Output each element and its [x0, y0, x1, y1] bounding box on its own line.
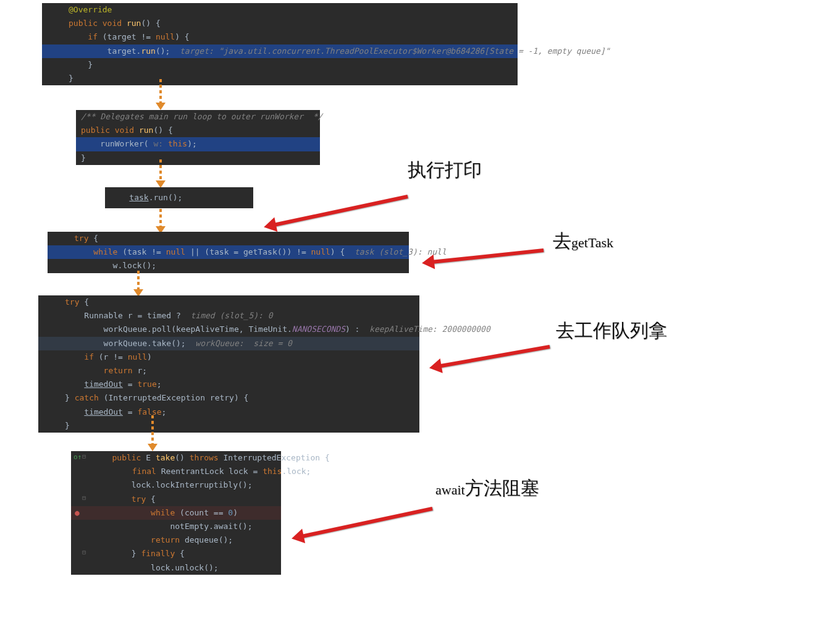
highlighted-line: while (task != null || (task = getTask()… [48, 245, 409, 259]
flow-arrow-4 [137, 271, 140, 290]
label-queue: 去工作队列拿 [556, 318, 667, 344]
arrow-queue [440, 345, 550, 368]
fold-icon: ⊟ [82, 494, 86, 502]
arrow-await [302, 507, 433, 538]
code-block-run-override: @Override public void run() { if (target… [42, 3, 518, 85]
fold-icon: ⊟ [82, 452, 86, 461]
annotation: @Override [69, 5, 112, 14]
breakpoint-icon: ● [75, 507, 80, 519]
code-block-delegate-run: /** Delegates main run loop to outer run… [76, 110, 320, 165]
flow-arrow-3 [159, 209, 162, 227]
flow-arrow-2 [159, 159, 162, 182]
arrow-gettask [433, 248, 544, 264]
code-block-workqueue: try { Runnable r = timed ? timed (slot_5… [38, 295, 419, 433]
label-gettask: 去getTask [553, 229, 613, 254]
breakpoint-line: ● while (count == 0) [71, 506, 281, 520]
flow-arrow-5 [151, 415, 154, 445]
flow-arrow-1 [159, 79, 162, 104]
highlighted-line: target.run(); target: "java.util.concurr… [42, 44, 518, 58]
code-block-while-gettask: try { while (task != null || (task = get… [48, 232, 409, 273]
override-gutter-icon: o↑ [74, 452, 82, 462]
highlighted-line: runWorker( w: this); [76, 137, 320, 151]
label-await: await方法阻塞 [435, 476, 539, 501]
highlighted-line: workQueue.take(); workQueue: size = 0 [38, 337, 419, 350]
arrow-print [274, 195, 408, 227]
code-block-task-run: task.run(); [105, 187, 253, 208]
code-block-take: o↑⊟ public E take() throws InterruptedEx… [71, 451, 281, 575]
label-print: 执行打印 [408, 158, 482, 183]
fold-icon: ⊟ [82, 548, 86, 557]
